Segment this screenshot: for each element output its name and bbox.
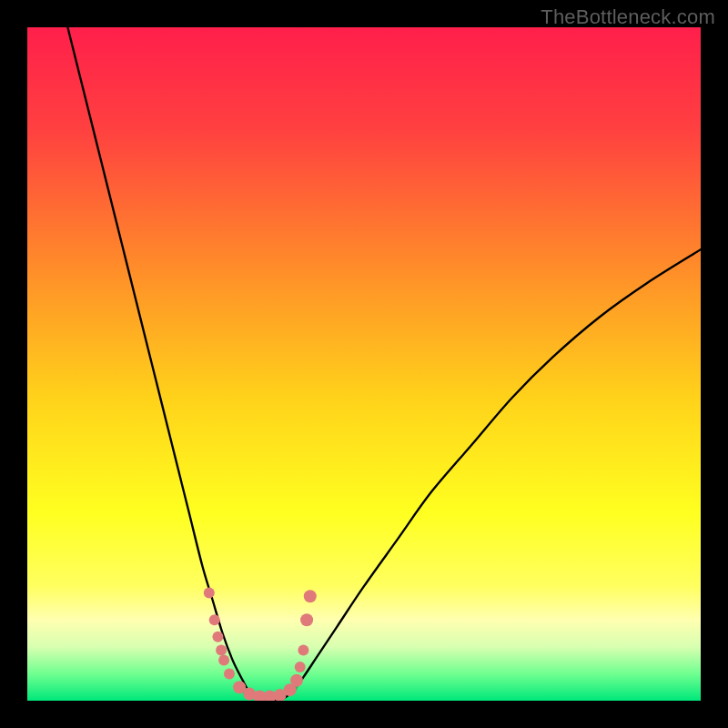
highlight-dot <box>298 644 308 655</box>
highlight-dot <box>218 655 229 666</box>
highlight-dot <box>204 588 215 599</box>
highlight-dot <box>300 613 313 626</box>
watermark-text: TheBottleneck.com <box>541 5 715 29</box>
highlight-dot <box>212 632 223 642</box>
highlight-dot <box>295 662 306 672</box>
plot-area <box>27 27 701 701</box>
highlight-dot <box>304 590 317 602</box>
chart-frame: TheBottleneck.com <box>0 0 728 728</box>
highlight-dot <box>209 614 220 625</box>
curve-layer <box>27 27 701 701</box>
highlight-dot <box>224 668 235 679</box>
highlight-dot <box>216 644 227 655</box>
highlight-dot <box>290 674 303 687</box>
bottleneck-curve <box>67 27 701 701</box>
